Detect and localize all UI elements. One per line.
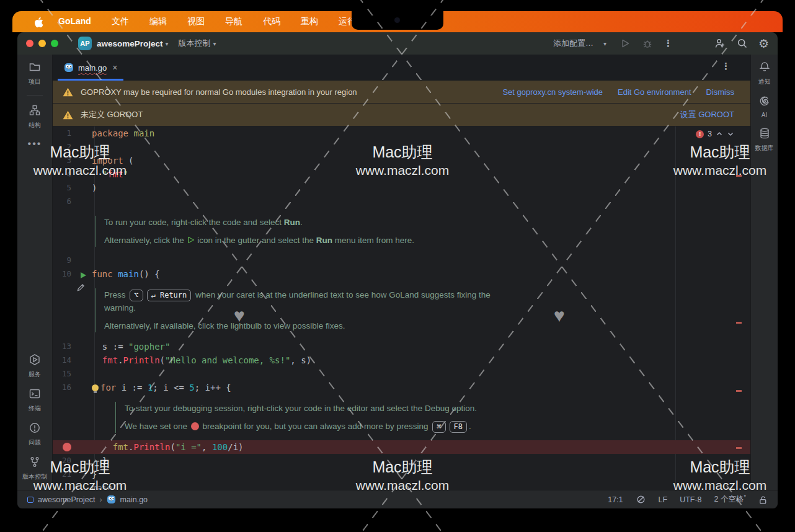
breakpoint-icon: [191, 422, 199, 430]
gutter[interactable]: [74, 454, 92, 468]
tab-main-go[interactable]: main.go ×: [58, 55, 123, 81]
code-line[interactable]: 20 }: [53, 454, 750, 468]
inspections-widget[interactable]: ! 3: [696, 130, 734, 138]
code-line[interactable]: 5): [53, 181, 750, 195]
code-line[interactable]: 2: [53, 140, 750, 154]
error-stripe-mark[interactable]: [736, 390, 742, 392]
code-line[interactable]: 10func main() {: [53, 267, 750, 281]
breadcrumb-file[interactable]: main.go: [120, 495, 148, 504]
edit-pencil-icon[interactable]: [76, 283, 86, 294]
next-problem-icon[interactable]: [727, 130, 734, 138]
tab-options-button[interactable]: ⋮: [721, 61, 731, 72]
code-editor[interactable]: 1package main23import (4 "fmt"5)6To run …: [53, 126, 750, 490]
error-stripe-mark[interactable]: [736, 322, 742, 324]
code-line[interactable]: 4 "fmt": [53, 167, 750, 181]
highlighting-level-icon[interactable]: [636, 494, 646, 505]
tool-window-button-structure[interactable]: 结构: [27, 104, 43, 130]
vcs-widget[interactable]: 版本控制: [179, 38, 211, 49]
tool-window-button-database[interactable]: 数据库: [755, 127, 774, 153]
menu-item-4[interactable]: 导航: [225, 16, 242, 27]
left-tool-window-bar: 项目结构 ••• 服务终端问题版本控制: [17, 55, 53, 490]
code-line[interactable]: 1package main: [53, 126, 750, 140]
context-line[interactable]: main(): [53, 481, 750, 489]
banner-action-link[interactable]: Set goproxy.cn system-wide: [502, 87, 603, 97]
menu-item-6[interactable]: 重构: [301, 16, 318, 27]
banner-action-link[interactable]: Dismiss: [706, 87, 735, 97]
code-line[interactable]: 9: [53, 254, 750, 267]
debug-button[interactable]: [641, 37, 654, 50]
tool-window-button-vcs[interactable]: 版本控制: [22, 456, 47, 481]
gutter[interactable]: [74, 367, 92, 381]
close-tab-icon[interactable]: ×: [112, 63, 117, 73]
gutter[interactable]: [74, 381, 92, 394]
unlocked-icon[interactable]: [758, 495, 768, 505]
line-ending-selector[interactable]: LF: [659, 495, 668, 504]
code-text: }: [92, 454, 107, 468]
lightbulb-icon[interactable]: [92, 384, 99, 391]
gutter[interactable]: [74, 468, 92, 481]
code-text: fmt.Println("Hello and welcome, %s!", s): [92, 353, 311, 367]
encoding-selector[interactable]: UTF-8: [680, 495, 701, 504]
apple-menu-icon[interactable]: [33, 16, 45, 27]
banner-action-link[interactable]: Edit Go environment: [618, 87, 691, 97]
tool-window-button-terminal[interactable]: 终端: [22, 388, 47, 413]
gutter[interactable]: [74, 481, 92, 489]
zoom-window-button[interactable]: [51, 40, 58, 47]
gutter[interactable]: [74, 167, 92, 181]
gutter[interactable]: [74, 154, 92, 167]
database-icon: [758, 127, 771, 142]
more-tool-windows-button[interactable]: •••: [28, 138, 42, 149]
code-line[interactable]: 16for i := 1; i <= 5; i++ {: [53, 381, 750, 394]
gutter[interactable]: [74, 353, 92, 367]
code-text: func main() {: [92, 267, 160, 281]
code-line[interactable]: 15: [53, 367, 750, 381]
code-line[interactable]: fmt.Println("i =", 100/i): [53, 440, 750, 454]
tool-window-button-services[interactable]: 服务: [22, 353, 47, 379]
menu-item-2[interactable]: 编辑: [149, 16, 167, 27]
gutter[interactable]: [74, 195, 92, 208]
indent-selector[interactable]: 2 个空格*: [714, 494, 746, 505]
project-name-widget[interactable]: awesomeProject: [97, 39, 163, 48]
error-stripe-mark[interactable]: [736, 175, 742, 177]
prev-problem-icon[interactable]: [716, 130, 723, 138]
search-everywhere-button[interactable]: [736, 37, 748, 50]
banner-action-link[interactable]: 设置 GOROOT: [680, 109, 734, 120]
code-text: import (: [92, 154, 133, 167]
tool-window-button-bell[interactable]: 通知: [755, 61, 774, 86]
close-window-button[interactable]: [26, 40, 33, 47]
run-gutter-icon[interactable]: [79, 270, 87, 283]
gutter[interactable]: [74, 126, 92, 140]
more-actions-button[interactable]: ⋮: [664, 38, 673, 49]
code-with-me-button[interactable]: [714, 37, 726, 50]
code-text: fmt.Println("i =", 100/i): [92, 440, 244, 454]
run-button[interactable]: [619, 37, 631, 50]
tool-window-button-folder[interactable]: 项目: [27, 61, 43, 86]
code-line[interactable]: 6: [53, 195, 750, 208]
code-line[interactable]: 3import (: [53, 154, 750, 167]
gutter[interactable]: [74, 181, 92, 195]
line-number: 16: [53, 381, 74, 394]
gutter[interactable]: [74, 440, 92, 454]
error-stripe-mark[interactable]: [736, 447, 742, 449]
tool-window-button-ai[interactable]: AI: [755, 95, 774, 118]
menu-item-1[interactable]: 文件: [112, 16, 129, 27]
minimize-window-button[interactable]: [38, 40, 46, 47]
menu-item-3[interactable]: 视图: [187, 16, 205, 27]
menu-item-goland[interactable]: GoLand: [58, 16, 91, 27]
run-configuration-selector[interactable]: 添加配置…: [553, 38, 593, 49]
gutter[interactable]: [74, 140, 92, 154]
gutter[interactable]: [74, 340, 92, 353]
code-line[interactable]: 13 s := "gopher": [53, 340, 750, 353]
banner-message: GOPROXY may be required for normal Go mo…: [81, 87, 495, 97]
code-line[interactable]: 14 fmt.Println("Hello and welcome, %s!",…: [53, 353, 750, 367]
settings-gear-button[interactable]: ⚙: [758, 37, 769, 51]
code-line[interactable]: 21}: [53, 468, 750, 481]
menu-item-5[interactable]: 代码: [263, 16, 280, 27]
line-number: 3: [53, 154, 74, 167]
gutter[interactable]: [74, 254, 92, 267]
caret-position[interactable]: 17:1: [608, 495, 623, 504]
breadcrumb-project[interactable]: awesomeProject: [38, 495, 95, 504]
line-number: 21: [53, 468, 74, 481]
gutter[interactable]: [74, 267, 92, 281]
tool-window-button-problems[interactable]: 问题: [22, 422, 47, 447]
